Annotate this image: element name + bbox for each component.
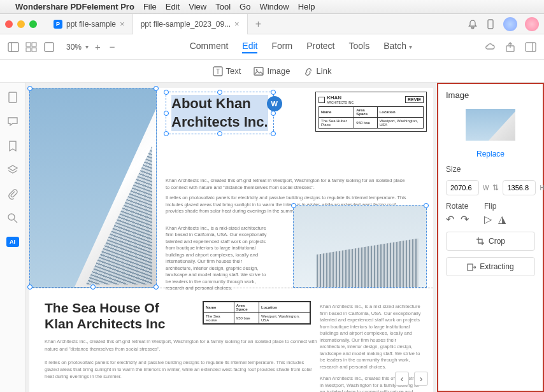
menu-file[interactable]: File [143, 2, 157, 11]
svg-rect-9 [526, 43, 536, 52]
traffic-lights [5, 20, 37, 28]
layers-icon[interactable] [7, 164, 18, 176]
menu-edit[interactable]: Edit [166, 2, 180, 11]
height-input[interactable] [503, 180, 536, 195]
attachment-icon[interactable] [7, 188, 18, 200]
grid-view-icon[interactable] [25, 41, 37, 53]
maximize-window-button[interactable] [29, 20, 37, 28]
zoom-control[interactable]: 30% ▾ + − [66, 41, 118, 52]
main-toolbar: 30% ▾ + − Comment Edit Form Protect Tool… [0, 34, 544, 60]
page-2: The Sea House OfKlan Architects Inc Name… [29, 288, 433, 392]
image-icon [254, 66, 264, 76]
zoom-out-button[interactable]: − [107, 41, 118, 52]
ai-button[interactable]: AI [6, 237, 19, 247]
bell-icon[interactable] [468, 19, 478, 29]
titlebar: P ppt file-sample × ppt file-sample_2023… [0, 14, 544, 34]
svg-rect-18 [468, 264, 473, 270]
svg-rect-1 [8, 43, 18, 52]
tab-edit[interactable]: Edit [242, 41, 257, 53]
tab-protect[interactable]: Protect [306, 41, 334, 53]
menu-go[interactable]: Go [240, 2, 250, 11]
document-canvas[interactable]: About KhanArchitects Inc. W [25, 83, 437, 392]
document-tabs: P ppt file-sample × ppt file-sample_2023… [46, 14, 468, 34]
share-icon[interactable] [505, 41, 516, 53]
menu-help[interactable]: Help [298, 2, 315, 11]
zoom-in-button[interactable]: + [92, 41, 103, 52]
avatar[interactable] [525, 17, 539, 31]
cloud-icon[interactable] [484, 41, 496, 53]
add-tab-button[interactable]: + [248, 18, 269, 30]
comment-icon[interactable] [7, 116, 18, 127]
chevron-down-icon: ▾ [85, 43, 89, 50]
extract-icon [467, 262, 476, 271]
flip-horizontal-icon[interactable]: ▷ [484, 213, 492, 225]
single-view-icon[interactable] [43, 41, 55, 53]
menu-view[interactable]: View [189, 2, 206, 11]
extract-button[interactable]: Extracting [446, 257, 535, 276]
svg-rect-3 [26, 43, 31, 46]
tab-form[interactable]: Form [271, 41, 292, 53]
svg-rect-0 [488, 20, 493, 29]
selected-image[interactable] [29, 88, 157, 288]
rotate-right-icon[interactable]: ↷ [461, 213, 469, 225]
svg-point-14 [256, 69, 258, 71]
paragraph[interactable]: Khan Architects Inc., created this off-g… [45, 338, 319, 353]
close-window-button[interactable] [5, 20, 13, 28]
minimize-window-button[interactable] [17, 20, 25, 28]
rotate-label: Rotate [446, 202, 469, 211]
width-input[interactable] [446, 180, 479, 195]
page-icon[interactable] [7, 92, 18, 103]
selected-text[interactable]: About KhanArchitects Inc. W [166, 92, 274, 134]
app-name[interactable]: Wondershare PDFelement Pro [15, 2, 134, 11]
tab-1-label: ppt file-sample [66, 20, 116, 29]
image-thumbnail [466, 109, 515, 141]
tab-comment[interactable]: Comment [190, 41, 229, 53]
bookmark-icon[interactable] [7, 140, 18, 151]
paragraph[interactable]: Khan Architects Inc., created this off-g… [166, 178, 408, 191]
svg-point-16 [8, 214, 15, 220]
paragraph[interactable]: It relies on photovoltaic panels for ele… [45, 359, 319, 381]
tab-tools[interactable]: Tools [349, 41, 370, 53]
lock-aspect-icon[interactable]: ⇅ [492, 183, 499, 192]
svg-rect-13 [254, 67, 263, 75]
panel-title: Image [446, 90, 535, 100]
size-label: Size [446, 165, 535, 174]
panel-right-icon[interactable] [525, 41, 536, 53]
info-box: KHANARCHITECTS INC. REVIE NameArea Space… [315, 92, 427, 132]
svg-rect-15 [9, 92, 17, 102]
replace-button[interactable]: Replace [446, 150, 535, 158]
link-tool-button[interactable]: Link [303, 66, 332, 76]
flip-label: Flip [484, 202, 506, 211]
image-tool-button[interactable]: Image [254, 66, 290, 76]
document-icon: P [54, 20, 62, 29]
avatar[interactable] [503, 17, 517, 31]
image[interactable] [293, 205, 427, 288]
sub-toolbar: T Text Image Link [0, 60, 544, 83]
close-icon[interactable]: × [120, 19, 125, 29]
tab-batch[interactable]: Batch ▾ [383, 41, 412, 53]
rotate-left-icon[interactable]: ↶ [446, 213, 454, 225]
text-tool-button[interactable]: T Text [213, 66, 241, 76]
flip-vertical-icon[interactable]: ◮ [498, 213, 506, 225]
svg-rect-4 [32, 43, 36, 46]
search-icon[interactable] [7, 213, 18, 224]
menu-tool[interactable]: Tool [215, 2, 231, 11]
svg-line-17 [14, 220, 17, 223]
next-page-button[interactable]: › [414, 372, 428, 386]
tab-2-label: ppt file-sample_2023_09... [141, 20, 231, 29]
menu-window[interactable]: Window [259, 2, 289, 11]
paragraph[interactable]: Khan Architects Inc., is a mid-sized arc… [166, 225, 268, 292]
tab-1[interactable]: P ppt file-sample × [46, 14, 133, 34]
svg-text:T: T [216, 68, 220, 75]
panel-left-icon[interactable] [8, 41, 19, 53]
tab-2[interactable]: ppt file-sample_2023_09... × [133, 14, 248, 34]
prev-page-button[interactable]: ‹ [395, 372, 409, 386]
text-icon: T [213, 66, 223, 76]
mobile-icon[interactable] [485, 19, 496, 29]
image-properties-panel: Image Replace Size W ⇅ H Rotate ↶ ↷ Flip… [437, 83, 544, 392]
paragraph[interactable]: Khan Architects Inc., is a mid-sized arc… [320, 304, 422, 370]
link-icon [303, 66, 313, 76]
close-icon[interactable]: × [234, 19, 240, 29]
crop-button[interactable]: Crop [446, 232, 535, 251]
word-badge-icon[interactable]: W [267, 96, 282, 111]
